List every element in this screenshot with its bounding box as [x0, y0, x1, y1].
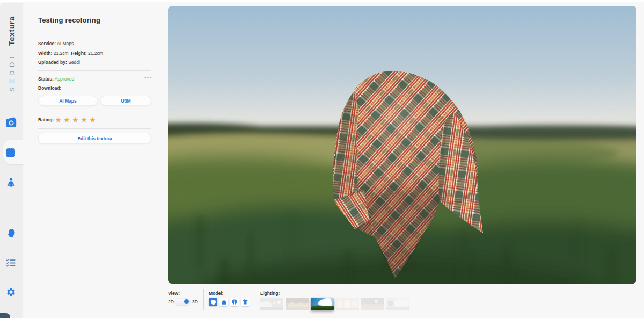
svg-text:SΞDDI: SΞDDI: [8, 53, 16, 92]
svg-text:|: |: [9, 51, 16, 53]
svg-text:Textura: Textura: [8, 16, 16, 46]
